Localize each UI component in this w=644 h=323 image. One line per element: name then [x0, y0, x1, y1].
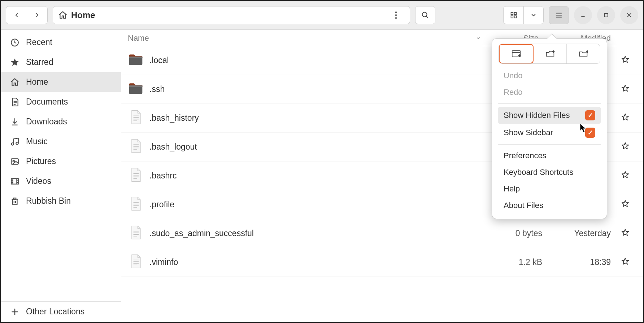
svg-point-24: [13, 160, 14, 162]
svg-marker-49: [622, 142, 628, 149]
star-button[interactable]: [614, 84, 636, 94]
sidebar-item-other-locations[interactable]: Other Locations: [1, 301, 121, 322]
folder-icon: [128, 80, 149, 98]
star-button[interactable]: [614, 229, 636, 239]
svg-rect-8: [514, 16, 516, 18]
star-button[interactable]: [614, 200, 636, 210]
view-options-button[interactable]: [523, 6, 544, 24]
sidebar-item-label: Pictures: [26, 156, 56, 166]
svg-point-2: [395, 17, 397, 18]
star-button[interactable]: [614, 142, 636, 152]
sidebar-item-downloads[interactable]: Downloads: [1, 112, 121, 132]
path-bar[interactable]: Home: [53, 6, 410, 24]
svg-point-1: [395, 14, 397, 16]
file-name: .sudo_as_admin_successful: [149, 229, 484, 238]
sidebar-item-pictures[interactable]: Pictures: [1, 151, 121, 171]
minimize-button[interactable]: [574, 6, 592, 24]
svg-marker-39: [622, 85, 628, 91]
file-name: .bash_history: [149, 113, 484, 123]
svg-line-4: [426, 16, 428, 18]
menu-undo: Undo: [498, 67, 601, 84]
svg-marker-17: [11, 58, 19, 66]
file-row[interactable]: .sudo_as_admin_successful 0 bytes Yester…: [121, 219, 643, 248]
grid-view-button[interactable]: [503, 6, 523, 24]
sidebar-item-label: Videos: [26, 176, 51, 186]
file-icon: [128, 253, 149, 271]
forward-button[interactable]: [27, 6, 48, 24]
svg-marker-44: [622, 114, 628, 120]
menu-about[interactable]: About Files: [498, 197, 601, 214]
checkbox-checked-icon: ✓: [585, 110, 595, 120]
file-name: .viminfo: [149, 257, 484, 267]
menu-show-hidden[interactable]: Show Hidden Files ✓: [498, 107, 601, 124]
svg-rect-5: [511, 12, 513, 14]
svg-text:+: +: [586, 50, 588, 54]
file-name: .ssh: [149, 84, 484, 94]
folder-icon: [128, 52, 149, 70]
file-row[interactable]: .viminfo 1.2 kB 18:39: [121, 248, 643, 277]
home-icon: [58, 10, 68, 20]
svg-rect-23: [11, 159, 18, 164]
svg-marker-59: [622, 200, 628, 206]
sidebar-item-recent[interactable]: Recent: [1, 32, 121, 52]
maximize-button[interactable]: [597, 6, 615, 24]
file-size: 0 bytes: [484, 229, 542, 238]
file-name: .bash_logout: [149, 142, 484, 152]
svg-point-22: [16, 142, 18, 145]
file-name: .profile: [149, 200, 484, 209]
cursor-icon: [579, 123, 587, 133]
file-icon: [128, 167, 149, 185]
file-icon: [128, 225, 149, 243]
sidebar-item-trash[interactable]: Rubbish Bin: [1, 191, 121, 211]
menu-shortcuts[interactable]: Keyboard Shortcuts: [498, 164, 601, 181]
file-icon: [128, 109, 149, 127]
view-switch-group: [503, 6, 544, 24]
path-title: Home: [71, 10, 95, 20]
sidebar-item-label: Music: [26, 137, 48, 146]
svg-marker-64: [622, 229, 628, 235]
file-icon: [128, 138, 149, 156]
new-tab-button[interactable]: +: [534, 44, 567, 63]
svg-rect-25: [11, 178, 18, 184]
svg-point-0: [395, 11, 397, 13]
sidebar-item-label: Starred: [26, 57, 53, 67]
sidebar-item-label: Downloads: [26, 117, 67, 127]
svg-rect-7: [511, 16, 513, 18]
main-menu-popover: + + + Undo Redo Show Hidden Files ✓ Show…: [492, 38, 607, 219]
star-button[interactable]: [614, 113, 636, 123]
column-name[interactable]: Name: [128, 34, 149, 43]
svg-rect-13: [604, 13, 608, 17]
menu-redo: Redo: [498, 84, 601, 101]
new-folder-button[interactable]: +: [567, 44, 600, 63]
file-size: 1.2 kB: [484, 257, 542, 267]
search-button[interactable]: [415, 6, 435, 24]
sidebar-item-label: Documents: [26, 97, 68, 107]
sidebar-item-music[interactable]: Music: [1, 132, 121, 151]
star-button[interactable]: [614, 171, 636, 181]
sort-indicator-icon: [476, 36, 481, 41]
file-name: .bashrc: [149, 171, 484, 181]
hamburger-menu-button[interactable]: [549, 6, 569, 24]
file-modified: Yesterday: [542, 229, 614, 238]
svg-marker-37: [622, 56, 628, 62]
menu-preferences[interactable]: Preferences: [498, 147, 601, 164]
sidebar-item-label: Other Locations: [26, 307, 84, 317]
new-window-button[interactable]: +: [499, 44, 534, 63]
menu-help[interactable]: Help: [498, 181, 601, 197]
path-menu-button[interactable]: [387, 6, 405, 24]
sidebar-item-videos[interactable]: Videos: [1, 171, 121, 191]
sidebar: Recent Starred Home Documents Downloads …: [1, 30, 121, 322]
close-button[interactable]: [620, 6, 638, 24]
sidebar-item-home[interactable]: Home: [1, 72, 121, 92]
sidebar-item-starred[interactable]: Starred: [1, 52, 121, 72]
sidebar-item-documents[interactable]: Documents: [1, 92, 121, 112]
file-modified: 18:39: [542, 257, 614, 267]
star-button[interactable]: [614, 257, 636, 267]
back-button[interactable]: [6, 6, 27, 24]
svg-text:+: +: [518, 54, 521, 58]
sidebar-item-label: Recent: [26, 37, 52, 47]
sidebar-item-label: Home: [26, 77, 48, 87]
star-button[interactable]: [614, 56, 636, 66]
file-name: .local: [149, 56, 484, 65]
svg-point-21: [11, 143, 14, 145]
